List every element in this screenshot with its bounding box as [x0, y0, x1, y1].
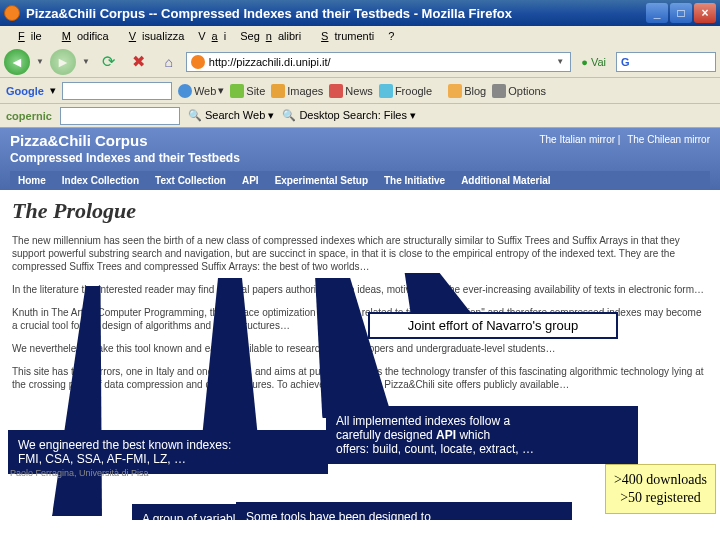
site-icon: [230, 84, 244, 98]
callout-tools: Some tools have been designed to automat…: [236, 502, 572, 520]
blog-icon: [448, 84, 462, 98]
window-title: Pizza&Chili Corpus -- Compressed Indexes…: [26, 6, 646, 21]
web-icon: [178, 84, 192, 98]
stat-registered: >50 registered: [614, 489, 707, 507]
gbar-site[interactable]: Site: [230, 84, 265, 98]
back-button[interactable]: ◄: [4, 49, 30, 75]
site-nav: Home Index Collection Text Collection AP…: [10, 171, 710, 190]
go-button[interactable]: Vai: [575, 54, 612, 70]
mirror-chile[interactable]: The Chilean mirror: [627, 134, 710, 145]
copernic-input[interactable]: [60, 107, 180, 125]
forward-dropdown-icon[interactable]: ▼: [80, 57, 92, 66]
nav-experimental[interactable]: Experimental Setup: [267, 171, 376, 190]
google-dropdown-icon[interactable]: ▾: [50, 84, 56, 97]
forward-button[interactable]: ►: [50, 49, 76, 75]
menu-tools[interactable]: Strumenti: [309, 28, 380, 44]
nav-api[interactable]: API: [234, 171, 267, 190]
back-dropdown-icon[interactable]: ▼: [34, 57, 46, 66]
mirror-links: The Italian mirror | The Chilean mirror: [535, 134, 710, 145]
prologue-heading: The Prologue: [12, 198, 708, 224]
options-icon: [492, 84, 506, 98]
window-titlebar: Pizza&Chili Corpus -- Compressed Indexes…: [0, 0, 720, 26]
copernic-toolbar: copernic 🔍 Search Web ▾ 🔍 Desktop Search…: [0, 104, 720, 128]
froogle-icon: [379, 84, 393, 98]
nav-text-collection[interactable]: Text Collection: [147, 171, 234, 190]
nav-index-collection[interactable]: Index Collection: [54, 171, 147, 190]
gbar-blog[interactable]: Blog: [448, 84, 486, 98]
maximize-button[interactable]: □: [670, 3, 692, 23]
stats-box: >400 downloads >50 registered: [605, 464, 716, 514]
gbar-images[interactable]: Images: [271, 84, 323, 98]
stat-downloads: >400 downloads: [614, 471, 707, 489]
menu-bar: File Modifica Visualizza Vai Segnalibri …: [0, 26, 720, 46]
prologue-p2: In the literature the interested reader …: [12, 283, 708, 296]
google-logo: Google: [6, 85, 44, 97]
site-header: Pizza&Chili Corpus Compressed Indexes an…: [0, 128, 720, 190]
copernic-searchweb[interactable]: 🔍 Search Web ▾: [188, 109, 274, 122]
stop-button[interactable]: ✖: [126, 49, 152, 75]
site-favicon: [191, 55, 205, 69]
copernic-desktop[interactable]: 🔍 Desktop Search: Files ▾: [282, 109, 416, 122]
copernic-logo: copernic: [6, 110, 52, 122]
gbar-froogle[interactable]: Froogle: [379, 84, 432, 98]
minimize-button[interactable]: _: [646, 3, 668, 23]
google-toolbar: Google ▾ Web ▾ Site Images News Froogle …: [0, 78, 720, 104]
nav-initiative[interactable]: The Initiative: [376, 171, 453, 190]
window-controls: _ □ ×: [646, 3, 716, 23]
images-icon: [271, 84, 285, 98]
gbar-options[interactable]: Options: [492, 84, 546, 98]
menu-help[interactable]: ?: [382, 28, 400, 44]
callout-joint-effort: Joint effort of Navarro's group: [368, 312, 618, 339]
menu-view[interactable]: Visualizza: [117, 28, 191, 44]
reload-button[interactable]: ⟳: [96, 49, 122, 75]
menu-bookmarks[interactable]: Segnalibri: [234, 28, 307, 44]
page-content: Pizza&Chili Corpus Compressed Indexes an…: [0, 128, 720, 520]
url-dropdown-icon[interactable]: ▼: [554, 57, 566, 66]
menu-edit[interactable]: Modifica: [50, 28, 115, 44]
menu-go[interactable]: Vai: [192, 28, 232, 44]
search-box[interactable]: [616, 52, 716, 72]
gbar-web[interactable]: Web ▾: [178, 84, 224, 98]
news-icon: [329, 84, 343, 98]
google-search-input[interactable]: [62, 82, 172, 100]
mirror-italy[interactable]: The Italian mirror: [539, 134, 615, 145]
menu-file[interactable]: File: [6, 28, 48, 44]
firefox-icon: [4, 5, 20, 21]
nav-home[interactable]: Home: [10, 171, 54, 190]
close-button[interactable]: ×: [694, 3, 716, 23]
home-button[interactable]: ⌂: [156, 49, 182, 75]
url-input[interactable]: [209, 56, 554, 68]
prologue-p1: The new millennium has seen the birth of…: [12, 234, 708, 273]
navigation-toolbar: ◄▼ ►▼ ⟳ ✖ ⌂ ▼ Vai: [0, 46, 720, 78]
callout-api: All implemented indexes follow a careful…: [326, 406, 638, 464]
site-subtitle: Compressed Indexes and their Testbeds: [10, 151, 710, 165]
url-bar[interactable]: ▼: [186, 52, 571, 72]
nav-additional[interactable]: Additional Material: [453, 171, 558, 190]
gbar-news[interactable]: News: [329, 84, 373, 98]
slide-footer: Paolo Ferragina, Università di Pisa: [10, 468, 149, 478]
